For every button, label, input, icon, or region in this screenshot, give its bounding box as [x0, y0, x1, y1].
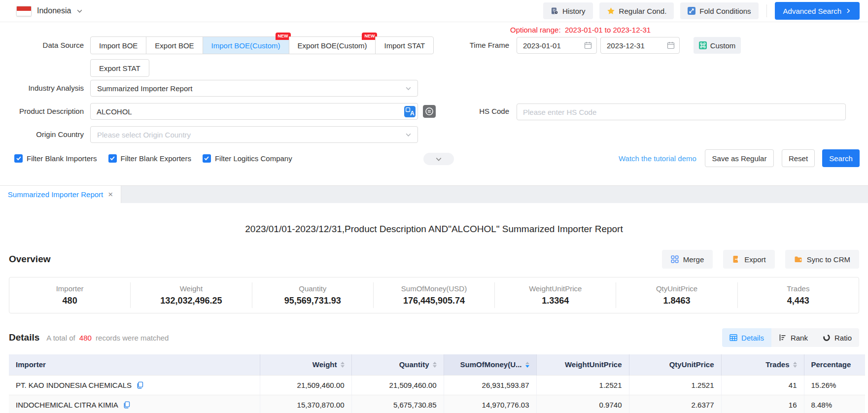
tab-summarized-importer-report[interactable]: Summarized Importer Report × — [0, 186, 121, 203]
col-quantity-sortable[interactable]: Quantity — [351, 354, 444, 375]
ratio-icon — [823, 334, 831, 342]
top-bar: Indonesia History Regular Cond. Fold Con… — [0, 0, 868, 22]
star-icon — [607, 7, 615, 15]
filter-checkbox-row: Filter Blank ImportersFilter Blank Expor… — [14, 149, 292, 167]
match-prefix: A total of — [46, 334, 75, 342]
translate-icon[interactable]: A — [404, 106, 416, 117]
search-form: Optional range: 2023-01-01 to 2023-12-31… — [0, 22, 868, 185]
industry-analysis-value: Summarized Importer Report — [97, 84, 192, 93]
filter-checkbox[interactable]: Filter Logitics Company — [203, 154, 292, 163]
data-source-tab[interactable]: Import BOE(Custom)NEW — [203, 36, 289, 54]
match-summary: A total of 480 records were matched — [46, 334, 169, 342]
match-count: 480 — [79, 334, 92, 342]
view-tab-label: Rank — [791, 334, 808, 342]
product-description-field[interactable]: A — [90, 103, 418, 120]
filter-checkbox[interactable]: Filter Blank Exporters — [108, 154, 191, 163]
sum-cell: 26,931,593.87 — [444, 375, 536, 395]
custom-range-button[interactable]: Custom — [694, 37, 741, 54]
col-trades-sortable[interactable]: Trades — [721, 354, 804, 375]
stat-label: WeightUnitPrice — [495, 284, 616, 293]
date-from-field[interactable] — [517, 37, 597, 54]
regular-cond-button[interactable]: Regular Cond. — [599, 2, 674, 19]
export-label: Export — [744, 255, 765, 264]
date-to-field[interactable] — [600, 37, 680, 54]
view-tab-rank[interactable]: Rank — [771, 328, 815, 347]
col-importer: Importer — [9, 354, 260, 375]
export-icon — [732, 255, 740, 263]
calendar-icon — [584, 41, 592, 49]
importer-cell: PT. KAO INDONESIA CHEMICALS — [9, 375, 260, 395]
country-selector[interactable]: Indonesia — [16, 6, 83, 16]
sort-icon[interactable] — [793, 362, 797, 368]
fold-conditions-button[interactable]: Fold Conditions — [680, 2, 758, 19]
folder-sync-icon — [794, 255, 802, 263]
trades-cell: 16 — [721, 395, 804, 413]
data-source-tab-export-stat[interactable]: Export STAT — [90, 59, 149, 77]
stat-label: Weight — [131, 284, 251, 293]
wup-cell: 1.2521 — [536, 375, 629, 395]
sort-icon[interactable] — [341, 362, 345, 368]
search-button[interactable]: Search — [822, 149, 860, 167]
checkbox-checked-icon[interactable] — [108, 154, 117, 163]
data-source-tab[interactable]: Export BOE(Custom)NEW — [289, 36, 376, 54]
checkbox-checked-icon[interactable] — [14, 154, 23, 163]
tutorial-demo-link[interactable]: Watch the tutorial demo — [619, 149, 696, 167]
indonesia-flag-icon — [16, 6, 32, 16]
stat-value: 132,032,496.25 — [131, 296, 251, 306]
collapse-conditions-button[interactable] — [423, 153, 454, 165]
filter-checkbox[interactable]: Filter Blank Importers — [14, 154, 97, 163]
origin-country-select[interactable]: Please select Origin Country — [90, 126, 418, 143]
stat-value: 1.8463 — [616, 296, 737, 306]
copy-icon[interactable] — [123, 401, 130, 409]
sync-to-crm-button[interactable]: Sync to CRM — [785, 250, 859, 269]
filter-checkbox-label: Filter Logitics Company — [215, 154, 292, 163]
exclude-blank-icon[interactable] — [423, 105, 436, 118]
weight-cell: 21,509,460.00 — [260, 375, 351, 395]
advanced-search-label: Advanced Search — [783, 7, 841, 15]
pct-cell: 15.26% — [804, 375, 865, 395]
optional-range-text: Optional range: 2023-01-01 to 2023-12-31 — [510, 26, 651, 34]
sort-icon[interactable] — [433, 362, 437, 368]
filter-checkbox-label: Filter Blank Exporters — [121, 154, 191, 163]
product-description-input[interactable] — [90, 103, 418, 120]
industry-analysis-select[interactable]: Summarized Importer Report — [90, 80, 418, 97]
overview-heading: Overview — [9, 254, 51, 265]
save-as-regular-button[interactable]: Save as Regular — [705, 149, 774, 167]
data-source-label: Data Source — [0, 36, 84, 54]
history-button[interactable]: History — [543, 2, 593, 19]
view-tab-ratio[interactable]: Ratio — [815, 328, 859, 347]
data-source-tab[interactable]: Import STAT — [375, 36, 434, 54]
copy-icon[interactable] — [136, 381, 143, 389]
origin-country-placeholder: Please select Origin Country — [97, 131, 191, 139]
export-button[interactable]: Export — [723, 250, 774, 269]
col-sumofmoney-sortable[interactable]: SumOfMoney(U... — [444, 354, 536, 375]
checkbox-checked-icon[interactable] — [203, 154, 211, 163]
data-source-tab[interactable]: Import BOE — [90, 36, 146, 54]
merge-button[interactable]: Merge — [662, 250, 713, 269]
reset-button[interactable]: Reset — [782, 149, 815, 167]
overview-stat: Quantity95,569,731.93 — [252, 282, 373, 308]
data-source-tab-label: Export BOE — [155, 41, 194, 50]
table-header-row: Importer Weight Quantity SumOfMoney(U...… — [9, 354, 865, 375]
origin-country-label: Origin Country — [0, 126, 84, 143]
sort-icon-active[interactable] — [525, 362, 529, 368]
quantity-cell: 5,675,730.85 — [351, 395, 444, 413]
overview-stat: QtyUnitPrice1.8463 — [616, 282, 737, 308]
fold-conditions-label: Fold Conditions — [699, 7, 751, 15]
view-tab-label: Ratio — [834, 334, 852, 342]
col-weight-sortable[interactable]: Weight — [260, 354, 351, 375]
merge-label: Merge — [683, 255, 704, 264]
chevron-down-icon — [405, 132, 412, 138]
stat-label: QtyUnitPrice — [616, 284, 737, 293]
data-source-tab-label: Export STAT — [99, 64, 140, 72]
overview-stat: Importer480 — [9, 282, 130, 308]
hs-code-input[interactable] — [517, 103, 846, 120]
data-source-tab-label: Export BOE(Custom) — [298, 41, 367, 50]
custom-label: Custom — [710, 41, 736, 50]
stat-value: 480 — [9, 296, 130, 306]
importer-table: Importer Weight Quantity SumOfMoney(U...… — [9, 354, 865, 413]
close-icon[interactable]: × — [108, 190, 113, 199]
view-tab-details[interactable]: Details — [722, 328, 771, 347]
advanced-search-button[interactable]: Advanced Search — [775, 2, 860, 20]
data-source-tab[interactable]: Export BOE — [146, 36, 203, 54]
